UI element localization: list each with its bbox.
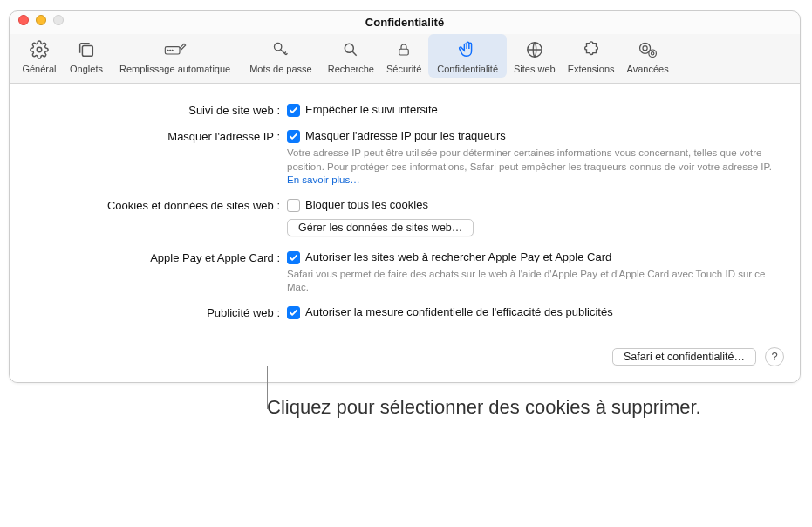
checkbox-label: Autoriser les sites web à rechercher App… xyxy=(305,250,611,264)
tab-label: Sites web xyxy=(514,64,556,74)
row-label-hideip: Masquer l'adresse IP : xyxy=(25,129,287,143)
row-label-tracking: Suivi de site web : xyxy=(25,103,287,117)
tab-general[interactable]: Général xyxy=(17,34,62,78)
callout-text: Cliquez pour sélectionner des cookies à … xyxy=(267,395,803,420)
tab-label: Extensions xyxy=(568,64,615,74)
tab-label: Mots de passe xyxy=(249,64,312,74)
tab-label: Remplissage automatique xyxy=(119,64,230,74)
row-label-applepay: Apple Pay et Apple Card : xyxy=(25,250,287,264)
checkbox-hide-ip[interactable] xyxy=(287,130,300,143)
tabs-icon xyxy=(74,38,99,62)
tab-label: Recherche xyxy=(328,64,374,74)
window-title: Confidentialité xyxy=(10,16,800,29)
checkbox-allow-ad-measure[interactable] xyxy=(287,306,300,319)
help-button[interactable]: ? xyxy=(765,347,784,366)
search-icon xyxy=(338,38,363,62)
tab-label: Confidentialité xyxy=(437,64,498,74)
row-label-cookies: Cookies et données de sites web : xyxy=(25,198,287,212)
checkbox-block-cookies[interactable] xyxy=(287,199,300,212)
pencil-icon xyxy=(163,38,188,62)
row-label-ads: Publicité web : xyxy=(25,305,287,319)
svg-rect-8 xyxy=(399,49,409,55)
svg-point-0 xyxy=(37,47,42,52)
gears-icon xyxy=(636,38,660,62)
svg-point-5 xyxy=(172,50,173,51)
preferences-window: Confidentialité Général Onglets Rempliss… xyxy=(9,10,801,383)
titlebar: Confidentialité xyxy=(10,11,800,34)
tab-label: Sécurité xyxy=(386,64,421,74)
globe-icon xyxy=(522,38,547,62)
tab-tabs[interactable]: Onglets xyxy=(64,34,109,78)
tab-extensions[interactable]: Extensions xyxy=(563,34,620,78)
tab-search[interactable]: Recherche xyxy=(323,34,379,78)
svg-rect-1 xyxy=(82,45,92,56)
tab-advanced[interactable]: Avancées xyxy=(622,34,674,78)
tab-autofill[interactable]: Remplissage automatique xyxy=(111,34,239,78)
svg-point-7 xyxy=(345,44,354,52)
checkbox-prevent-tracking[interactable] xyxy=(287,104,300,117)
tab-label: Onglets xyxy=(70,64,103,74)
applepay-description: Safari vous permet de faire des achats s… xyxy=(287,268,784,295)
toolbar: Général Onglets Remplissage automatique … xyxy=(10,34,800,84)
hideip-description: Votre adresse IP peut être utilisée pour… xyxy=(287,147,784,188)
svg-point-3 xyxy=(167,50,168,51)
tab-privacy[interactable]: Confidentialité xyxy=(428,34,507,78)
svg-point-4 xyxy=(169,50,170,51)
tab-label: Général xyxy=(22,64,56,74)
checkbox-label: Bloquer tous les cookies xyxy=(305,198,428,211)
svg-point-12 xyxy=(651,52,653,55)
content-pane: Suivi de site web : Empêcher le suivi in… xyxy=(10,84,800,382)
tab-security[interactable]: Sécurité xyxy=(381,34,426,78)
lock-icon xyxy=(392,38,416,62)
checkbox-label: Masquer l'adresse IP pour les traqueurs xyxy=(305,129,506,142)
about-privacy-button[interactable]: Safari et confidentialité… xyxy=(612,348,756,366)
learn-more-link[interactable]: En savoir plus… xyxy=(287,175,360,185)
checkbox-label: Empêcher le suivi intersite xyxy=(305,103,438,116)
callout: Cliquez pour sélectionner des cookies à … xyxy=(267,395,803,420)
checkbox-label: Autoriser la mesure confidentielle de l'… xyxy=(305,305,613,318)
svg-point-13 xyxy=(648,50,656,58)
gear-icon xyxy=(27,38,51,62)
svg-point-10 xyxy=(643,46,647,51)
tab-label: Avancées xyxy=(627,64,669,74)
tab-websites[interactable]: Sites web xyxy=(508,34,561,78)
key-icon xyxy=(269,38,293,62)
puzzle-icon xyxy=(579,38,604,62)
checkbox-allow-applepay[interactable] xyxy=(287,251,300,264)
tab-passwords[interactable]: Mots de passe xyxy=(241,34,321,78)
hand-icon xyxy=(455,38,480,62)
manage-website-data-button[interactable]: Gérer les données de sites web… xyxy=(287,219,474,236)
callout-leader-line xyxy=(267,366,268,409)
